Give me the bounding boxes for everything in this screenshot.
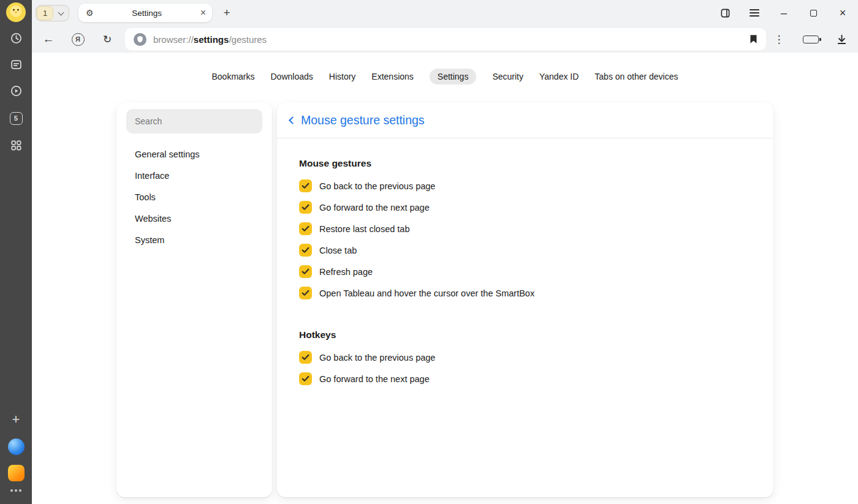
window-controls: – × [719, 0, 858, 26]
tab-count-badge: 5 [10, 112, 23, 125]
tab-count-button[interactable]: 5 [0, 110, 32, 127]
search-input[interactable] [126, 109, 262, 134]
option-row[interactable]: Go forward to the next page [299, 368, 751, 389]
option-row[interactable]: Open Tableau and hover the cursor over t… [299, 282, 751, 304]
nav-downloads[interactable]: Downloads [271, 69, 313, 85]
sidebar-item-websites[interactable]: Websites [126, 208, 262, 229]
browser-app-button[interactable] [0, 438, 32, 455]
section-heading: Mouse gestures [299, 158, 751, 169]
gesture-settings-card: Mouse gesture settings Mouse gestures Go… [277, 103, 773, 497]
url-prefix: browser:// [153, 34, 194, 45]
mail-app-button[interactable] [0, 464, 32, 481]
panel-body: Mouse gestures Go back to the previous p… [277, 138, 773, 389]
checkmark-icon [302, 225, 309, 232]
sidebar-item-general-settings[interactable]: General settings [126, 143, 262, 165]
nav-settings[interactable]: Settings [430, 69, 477, 85]
option-row[interactable]: Go back to the previous page [299, 347, 751, 368]
download-icon [836, 34, 848, 45]
nav-security[interactable]: Security [492, 69, 523, 85]
checkbox-checked[interactable] [299, 201, 312, 214]
checkmark-icon [302, 204, 309, 211]
battery-indicator[interactable] [803, 36, 819, 43]
nav-bookmarks[interactable]: Bookmarks [211, 69, 254, 85]
rail-add-button[interactable]: + [0, 411, 32, 428]
mail-app-icon [8, 465, 25, 481]
tab-group-chip[interactable]: 1 [37, 6, 53, 20]
section-mouse-gestures: Mouse gestures Go back to the previous p… [299, 158, 751, 304]
settings-sidebar-card: General settings Interface Tools Website… [116, 103, 272, 497]
sidebar-item-system[interactable]: System [126, 229, 262, 250]
minimize-button[interactable]: – [778, 7, 789, 18]
option-label: Go back to the previous page [319, 353, 435, 363]
checkmark-icon [302, 268, 309, 275]
maximize-button[interactable] [808, 7, 819, 18]
nav-extensions[interactable]: Extensions [371, 69, 413, 85]
checkbox-checked[interactable] [299, 372, 312, 385]
yandex-search-button[interactable]: Я [70, 32, 85, 47]
gear-icon: ⚙ [86, 9, 94, 17]
menu-button[interactable] [749, 7, 760, 18]
profile-avatar[interactable] [0, 2, 32, 23]
rail-more-button[interactable] [0, 486, 32, 495]
refresh-button[interactable]: ↻ [100, 32, 115, 47]
play-circle-icon [10, 85, 23, 97]
history-button[interactable] [0, 29, 32, 47]
option-row[interactable]: Close tab [299, 239, 751, 261]
back-button[interactable]: ← [41, 32, 56, 47]
option-row[interactable]: Restore last closed tab [299, 218, 751, 239]
panel-back-header[interactable]: Mouse gesture settings [277, 103, 773, 138]
tab-settings[interactable]: ⚙ Settings × [78, 4, 212, 22]
section-heading: Hotkeys [299, 329, 751, 340]
checkmark-icon [302, 247, 309, 254]
checkmark-icon [302, 354, 309, 361]
protect-badge[interactable] [134, 33, 146, 46]
option-row[interactable]: Refresh page [299, 261, 751, 282]
maximize-icon [810, 10, 817, 17]
url-suffix: /gestures [229, 34, 267, 45]
toolbar-more-button[interactable]: ⋮ [772, 32, 786, 47]
settings-top-nav: Bookmarks Downloads History Extensions S… [32, 69, 858, 85]
settings-menu: General settings Interface Tools Website… [126, 143, 262, 250]
checkbox-checked[interactable] [299, 265, 312, 278]
address-bar[interactable]: browser://settings/gestures [125, 28, 766, 50]
side-panel-button[interactable] [719, 7, 731, 18]
downloads-button[interactable] [834, 32, 849, 47]
checkmark-icon [302, 182, 309, 189]
tab-group-control[interactable]: 1 [36, 5, 69, 21]
yandex-letter-icon: Я [72, 33, 85, 46]
plus-icon: + [12, 413, 20, 426]
option-row[interactable]: Go forward to the next page [299, 197, 751, 218]
clock-icon [10, 32, 23, 45]
bookmark-button[interactable] [750, 34, 757, 44]
close-window-button[interactable]: × [837, 7, 848, 18]
apps-button[interactable] [0, 137, 32, 154]
nav-tabs-other-devices[interactable]: Tabs on other devices [594, 69, 678, 85]
new-tab-button[interactable]: + [219, 6, 234, 20]
checkbox-checked[interactable] [299, 287, 312, 299]
page-title: Mouse gesture settings [301, 113, 425, 127]
tab-close-button[interactable]: × [200, 8, 206, 18]
option-label: Go back to the previous page [319, 181, 435, 191]
more-horizontal-icon [10, 489, 21, 492]
avatar-chick-icon [6, 2, 26, 23]
media-button[interactable] [0, 82, 32, 99]
checkbox-checked[interactable] [299, 179, 312, 192]
option-label: Close tab [319, 246, 357, 255]
checkbox-checked[interactable] [299, 222, 312, 235]
option-label: Go forward to the next page [319, 374, 430, 384]
option-row[interactable]: Go back to the previous page [299, 175, 751, 197]
sidebar-item-interface[interactable]: Interface [126, 165, 262, 186]
url-highlight: settings [194, 34, 229, 45]
sidebar-item-tools[interactable]: Tools [126, 186, 262, 208]
collections-icon [10, 58, 23, 71]
collections-button[interactable] [0, 56, 32, 73]
tab-title: Settings [94, 9, 200, 18]
nav-history[interactable]: History [329, 69, 356, 85]
browser-logo-icon [8, 438, 25, 455]
tab-group-dropdown[interactable] [53, 6, 68, 20]
checkbox-checked[interactable] [299, 351, 312, 364]
nav-yandex-id[interactable]: Yandex ID [539, 69, 579, 85]
side-panel-icon [720, 8, 731, 18]
checkbox-checked[interactable] [299, 244, 312, 257]
checkmark-icon [302, 290, 309, 296]
